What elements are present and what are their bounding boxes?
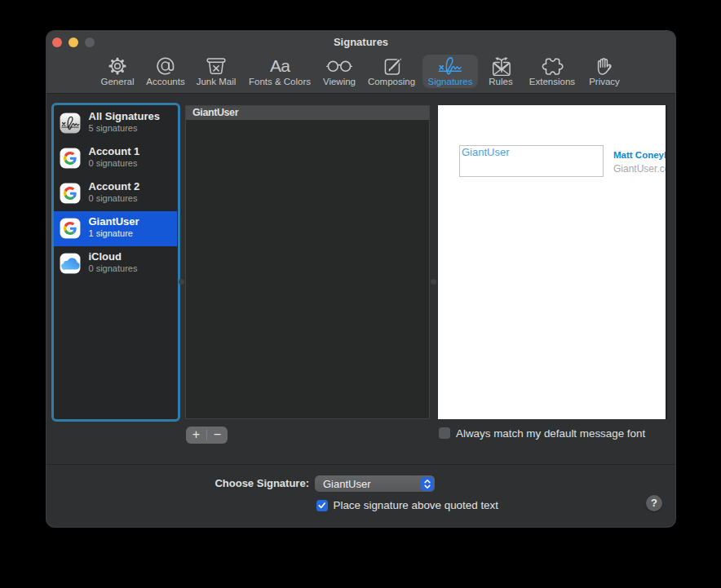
svg-text:Aa: Aa (270, 56, 290, 75)
